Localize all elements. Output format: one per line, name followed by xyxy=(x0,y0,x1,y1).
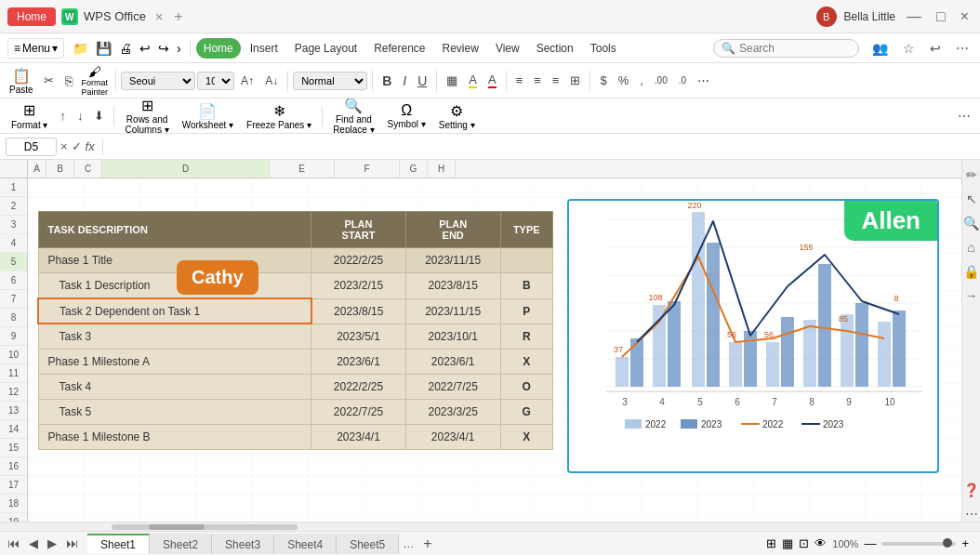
col-header-D[interactable]: D xyxy=(102,160,270,178)
sheet-tab-1[interactable]: Sheet1 xyxy=(87,534,150,554)
right-panel-exit-icon[interactable]: → xyxy=(965,288,978,303)
italic-button[interactable]: I xyxy=(398,71,411,91)
sheet-tab-5[interactable]: Sheet5 xyxy=(337,534,399,554)
freeze-label[interactable]: Freeze Panes ▾ xyxy=(246,120,311,130)
right-panel-cursor-icon[interactable]: ↖ xyxy=(966,192,977,206)
filter-button[interactable]: ⬇ xyxy=(89,106,109,126)
minimize-button[interactable]: — xyxy=(903,8,925,25)
menu-item-home[interactable]: Home xyxy=(196,38,241,59)
statusbar-view-icon[interactable]: 👁 xyxy=(814,536,827,550)
sheet-nav-last[interactable]: ⏭ xyxy=(62,535,82,551)
statusbar-grid-icon[interactable]: ⊞ xyxy=(766,536,776,550)
menu-item-review[interactable]: Review xyxy=(435,38,486,59)
rows-cols-label[interactable]: Rows andColumns ▾ xyxy=(125,114,168,134)
sheet-nav-first[interactable]: ⏮ xyxy=(4,535,23,551)
right-panel-edit-icon[interactable]: ✏ xyxy=(966,167,977,182)
row-num-15[interactable]: 15 xyxy=(0,439,27,457)
inc-font-icon[interactable]: A↑ xyxy=(236,72,258,90)
menu-toggle[interactable]: ≡ Menu ▾ xyxy=(7,38,64,59)
row-num-2[interactable]: 2 xyxy=(0,197,27,216)
currency-button[interactable]: $ xyxy=(595,71,611,90)
row-num-16[interactable]: 16 xyxy=(0,457,27,476)
formula-check-icon[interactable]: ✓ xyxy=(72,139,82,153)
row-num-6[interactable]: 6 xyxy=(0,271,27,290)
cell-reference-input[interactable] xyxy=(6,138,57,156)
format-label[interactable]: Format ▾ xyxy=(11,120,47,130)
formula-fx-icon[interactable]: fx xyxy=(86,139,95,153)
dec-dec-button[interactable]: .0 xyxy=(674,73,691,88)
formula-cross-icon[interactable]: × xyxy=(60,139,68,153)
align-center-button[interactable]: ≡ xyxy=(529,71,546,90)
sheet-add-button[interactable]: + xyxy=(417,535,437,552)
print-icon[interactable]: 🖨 xyxy=(116,39,135,58)
sort-asc-button[interactable]: ↑ xyxy=(55,106,71,126)
zoom-minus-button[interactable]: — xyxy=(864,536,876,550)
fill-color-button[interactable]: A xyxy=(464,70,482,91)
open-icon[interactable]: 📁 xyxy=(70,39,91,58)
h-scrollbar[interactable] xyxy=(0,522,980,531)
menu-item-tools[interactable]: Tools xyxy=(583,38,624,59)
dec-inc-button[interactable]: .00 xyxy=(650,73,672,88)
redo-icon[interactable]: ↪ xyxy=(155,39,172,58)
paste-label[interactable]: Paste xyxy=(9,85,33,95)
align-left-button[interactable]: ≡ xyxy=(511,71,528,90)
row-num-19[interactable]: 19 xyxy=(0,513,27,522)
zoom-thumb[interactable] xyxy=(943,538,952,548)
style-select[interactable]: Normal xyxy=(293,72,367,90)
sheet-nav-next[interactable]: ▶ xyxy=(44,535,60,551)
tab-close-button[interactable]: × xyxy=(155,9,163,24)
row-num-9[interactable]: 9 xyxy=(0,327,27,346)
more-toolbar-button[interactable]: ⋯ xyxy=(693,71,714,90)
row-num-12[interactable]: 12 xyxy=(0,383,27,402)
menu-item-view[interactable]: View xyxy=(488,38,527,59)
row-num-1[interactable]: 1 xyxy=(0,178,27,197)
right-panel-zoom-icon[interactable]: 🔍 xyxy=(963,216,979,231)
menu-item-insert[interactable]: Insert xyxy=(243,38,285,59)
sort-desc-button[interactable]: ↓ xyxy=(73,106,88,126)
formula-input[interactable] xyxy=(111,139,974,155)
border-button[interactable]: ▦ xyxy=(442,71,462,90)
comma-button[interactable]: , xyxy=(635,71,648,90)
row-num-4[interactable]: 4 xyxy=(0,234,27,253)
save-icon[interactable]: 💾 xyxy=(93,39,114,58)
symbol-label[interactable]: Symbol ▾ xyxy=(388,119,426,129)
menu-item-reference[interactable]: Reference xyxy=(366,38,432,59)
row-num-3[interactable]: 3 xyxy=(0,216,27,234)
tab-add-button[interactable]: + xyxy=(174,8,182,25)
percent-button[interactable]: % xyxy=(614,71,634,90)
menu-item-page-layout[interactable]: Page Layout xyxy=(287,38,364,59)
sheet-tab-3[interactable]: Sheet3 xyxy=(212,534,274,554)
cut-icon[interactable]: ✂ xyxy=(39,71,59,90)
zoom-slider[interactable] xyxy=(881,542,956,546)
worksheet-label[interactable]: Worksheet ▾ xyxy=(182,120,233,130)
col-header-C[interactable]: C xyxy=(74,160,102,178)
row-num-17[interactable]: 17 xyxy=(0,476,27,495)
row-num-14[interactable]: 14 xyxy=(0,420,27,439)
dec-font-icon[interactable]: A↓ xyxy=(260,72,283,90)
star-icon[interactable]: ☆ xyxy=(899,39,919,58)
menu-item-section[interactable]: Section xyxy=(529,38,581,59)
h-scrollbar-track[interactable] xyxy=(112,524,298,530)
format-painter-label[interactable]: FormatPainter xyxy=(82,79,109,98)
col-header-F[interactable]: F xyxy=(335,160,400,178)
bold-button[interactable]: B xyxy=(377,71,396,91)
row-num-5[interactable]: 5 xyxy=(0,253,27,271)
right-panel-dots-icon[interactable]: ⋯ xyxy=(965,507,978,522)
setting-label[interactable]: Setting ▾ xyxy=(439,120,475,130)
col-header-G[interactable]: G xyxy=(400,160,428,178)
settings-icon[interactable]: ⋯ xyxy=(952,39,973,58)
col-header-A[interactable]: A xyxy=(28,160,46,178)
sheet-more-button[interactable]: … xyxy=(399,537,417,550)
row-num-7[interactable]: 7 xyxy=(0,290,27,309)
row-num-8[interactable]: 8 xyxy=(0,309,27,327)
statusbar-page-icon[interactable]: ⊡ xyxy=(799,536,809,550)
right-panel-help-icon[interactable]: ❓ xyxy=(963,482,979,497)
underline-button[interactable]: U xyxy=(413,71,431,91)
window-close-button[interactable]: × xyxy=(957,8,973,25)
font-color-button[interactable]: A xyxy=(483,70,501,91)
sheet-tab-4[interactable]: Sheet4 xyxy=(274,534,337,554)
row-num-10[interactable]: 10 xyxy=(0,346,27,364)
row-num-13[interactable]: 13 xyxy=(0,402,27,420)
row-num-18[interactable]: 18 xyxy=(0,495,27,513)
undo-icon[interactable]: ↩ xyxy=(137,39,153,58)
